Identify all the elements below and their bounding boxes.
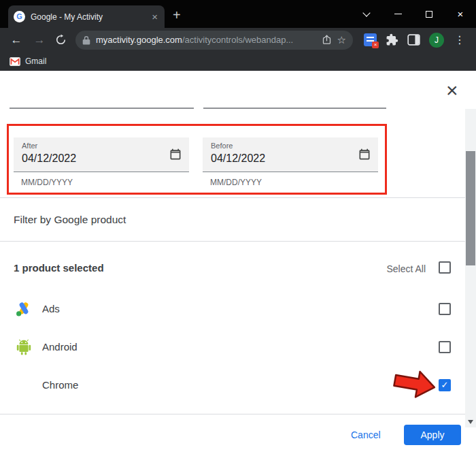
after-date-field[interactable]: After 04/12/2022 bbox=[14, 137, 189, 172]
product-checkbox-android[interactable]: ✓ bbox=[439, 341, 451, 353]
refresh-button[interactable] bbox=[55, 34, 67, 46]
minimize-icon bbox=[394, 14, 402, 15]
extension-badge-icon: × bbox=[372, 42, 379, 48]
divider bbox=[0, 197, 476, 198]
calendar-picker-button[interactable] bbox=[169, 148, 182, 164]
back-button[interactable]: ← bbox=[10, 33, 23, 47]
side-panel-icon bbox=[407, 34, 420, 46]
bookmark-star-icon[interactable]: ☆ bbox=[337, 34, 346, 46]
window-close-button[interactable]: × bbox=[445, 4, 476, 25]
extension-glyph bbox=[367, 37, 374, 38]
tab-close-icon[interactable]: × bbox=[150, 12, 159, 22]
side-panel-button[interactable] bbox=[407, 34, 420, 46]
window-maximize-button[interactable] bbox=[413, 4, 445, 25]
url-path: /activitycontrols/webandap... bbox=[182, 35, 293, 45]
product-row-android[interactable]: Android ✓ bbox=[0, 328, 465, 366]
after-value: 04/12/2022 bbox=[22, 152, 76, 165]
lock-icon bbox=[82, 35, 90, 45]
window-menu-button[interactable] bbox=[351, 4, 382, 25]
calendar-picker-button[interactable] bbox=[358, 148, 371, 164]
window-controls: × bbox=[351, 0, 476, 28]
android-icon bbox=[15, 338, 33, 356]
select-all-checkbox[interactable]: ✓ bbox=[439, 261, 451, 274]
puzzle-icon bbox=[386, 33, 398, 46]
dialog-close-button[interactable]: × bbox=[446, 80, 458, 101]
url-domain: myactivity.google.com bbox=[96, 35, 182, 45]
refresh-icon bbox=[55, 34, 67, 46]
window-minimize-button[interactable] bbox=[382, 4, 413, 25]
select-all-label: Select All bbox=[386, 263, 426, 274]
before-format-hint: MM/DD/YYYY bbox=[210, 178, 262, 187]
product-checkbox-ads[interactable]: ✓ bbox=[439, 303, 451, 315]
calendar-icon bbox=[358, 148, 371, 161]
scrollbar-thumb[interactable] bbox=[466, 151, 475, 265]
filter-dialog: × After 04/12/2022 MM/DD/YYYY Before 04/… bbox=[0, 71, 476, 456]
scrollbar-down-icon[interactable] bbox=[468, 420, 473, 424]
maximize-icon bbox=[426, 11, 432, 18]
extensions-puzzle-button[interactable] bbox=[386, 33, 398, 46]
ads-icon bbox=[15, 300, 33, 318]
extensions-area: × J ⋮ bbox=[364, 33, 469, 48]
bookmarks-bar: Gmail bbox=[0, 52, 476, 71]
browser-toolbar: ← → myactivity.google.com/activitycontro… bbox=[0, 28, 476, 52]
screen: G Google - My Activity × + × ← → bbox=[0, 0, 476, 456]
browser-titlebar: G Google - My Activity × + × bbox=[0, 0, 476, 28]
divider bbox=[0, 241, 476, 242]
cancel-button[interactable]: Cancel bbox=[351, 429, 381, 440]
scrollbar-track[interactable] bbox=[465, 109, 476, 427]
check-icon: ✓ bbox=[440, 380, 449, 390]
calendar-icon bbox=[169, 148, 182, 161]
apply-button[interactable]: Apply bbox=[404, 425, 461, 445]
before-date-field[interactable]: Before 04/12/2022 bbox=[203, 137, 378, 172]
product-label: Android bbox=[42, 341, 78, 353]
cutoff-field-edge bbox=[203, 108, 386, 109]
share-button[interactable] bbox=[322, 35, 332, 45]
divider bbox=[0, 414, 476, 414]
share-icon bbox=[322, 35, 332, 45]
after-label: After bbox=[22, 142, 37, 150]
cutoff-field-edge bbox=[10, 108, 194, 109]
google-favicon-icon: G bbox=[14, 11, 25, 22]
profile-avatar[interactable]: J bbox=[429, 33, 444, 48]
product-row-ads[interactable]: Ads ✓ bbox=[0, 290, 465, 328]
chevron-down-icon bbox=[362, 9, 370, 16]
gmail-icon bbox=[10, 57, 20, 66]
address-bar[interactable]: myactivity.google.com/activitycontrols/w… bbox=[75, 31, 353, 50]
after-format-hint: MM/DD/YYYY bbox=[21, 178, 73, 187]
before-value: 04/12/2022 bbox=[211, 152, 265, 165]
product-label: Chrome bbox=[42, 379, 78, 391]
new-tab-button[interactable]: + bbox=[173, 8, 181, 22]
browser-menu-button[interactable]: ⋮ bbox=[454, 33, 465, 46]
tab-title: Google - My Activity bbox=[31, 12, 150, 22]
bookmark-gmail[interactable]: Gmail bbox=[10, 56, 46, 66]
before-label: Before bbox=[211, 142, 233, 150]
product-checkbox-chrome[interactable]: ✓ bbox=[439, 379, 451, 391]
url-text: myactivity.google.com/activitycontrols/w… bbox=[96, 35, 316, 45]
bookmark-label: Gmail bbox=[25, 56, 46, 66]
browser-tab[interactable]: G Google - My Activity × bbox=[8, 5, 165, 28]
section-title: Filter by Google product bbox=[14, 214, 126, 226]
forward-button[interactable]: → bbox=[33, 33, 46, 47]
selection-summary: 1 product selected bbox=[14, 262, 104, 274]
product-label: Ads bbox=[42, 303, 60, 314]
extension-icon[interactable]: × bbox=[364, 33, 377, 46]
